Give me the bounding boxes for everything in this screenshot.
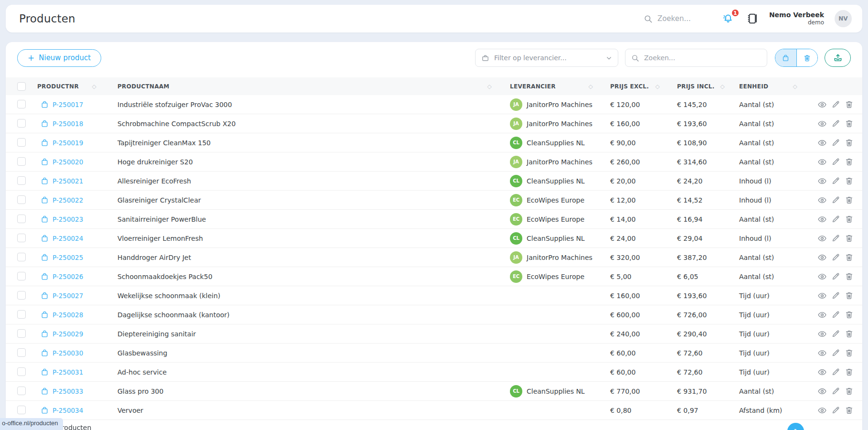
view-button[interactable] (817, 176, 827, 186)
delete-button[interactable] (845, 272, 854, 281)
delete-button[interactable] (845, 195, 854, 204)
notifications-button[interactable]: 1 (720, 12, 736, 25)
row-checkbox[interactable] (17, 138, 26, 147)
edit-button[interactable] (831, 387, 840, 396)
product-number-link[interactable]: P-250030 (53, 349, 83, 357)
global-search[interactable] (644, 14, 710, 23)
view-button[interactable] (817, 100, 827, 109)
view-button[interactable] (817, 234, 827, 243)
row-checkbox[interactable] (17, 387, 26, 395)
view-button[interactable] (817, 157, 827, 167)
row-checkbox[interactable] (17, 195, 26, 204)
product-number-link[interactable]: P-250029 (53, 330, 83, 338)
table-search[interactable] (625, 49, 767, 67)
header-leverancier[interactable]: LEVERANCIER ◇ (504, 77, 605, 95)
pagination-last-button[interactable]: » (829, 423, 846, 430)
supplier-filter-select[interactable]: Filter op leverancier... (475, 49, 618, 67)
delete-button[interactable] (845, 234, 854, 243)
delete-button[interactable] (845, 138, 854, 147)
edit-button[interactable] (831, 138, 840, 147)
view-button[interactable] (817, 406, 827, 415)
edit-button[interactable] (831, 310, 840, 319)
view-button[interactable] (817, 119, 827, 129)
product-number-link[interactable]: P-250019 (53, 139, 83, 147)
row-checkbox[interactable] (17, 253, 26, 261)
row-checkbox[interactable] (17, 157, 26, 166)
product-number-link[interactable]: P-250024 (53, 235, 83, 242)
delete-button[interactable] (845, 119, 854, 128)
row-checkbox[interactable] (17, 291, 26, 300)
delete-button[interactable] (845, 406, 854, 415)
view-button[interactable] (817, 329, 827, 339)
row-checkbox[interactable] (17, 234, 26, 242)
product-number-link[interactable]: P-250020 (53, 158, 83, 166)
row-checkbox[interactable] (17, 215, 26, 223)
view-button[interactable] (817, 195, 827, 205)
product-number-link[interactable]: P-250023 (53, 215, 83, 223)
edit-button[interactable] (831, 406, 840, 415)
row-checkbox[interactable] (17, 119, 26, 128)
view-button[interactable] (817, 310, 827, 320)
pagination-prev-button[interactable]: ‹ (766, 423, 783, 430)
product-number-link[interactable]: P-250027 (53, 292, 83, 300)
row-checkbox[interactable] (17, 406, 26, 414)
header-productnaam[interactable]: PRODUCTNAAM ◇ (109, 77, 504, 95)
edit-button[interactable] (831, 291, 840, 300)
view-button[interactable] (817, 138, 827, 148)
edit-button[interactable] (831, 100, 840, 109)
product-number-link[interactable]: P-250018 (53, 120, 83, 128)
view-button[interactable] (817, 253, 827, 262)
view-button[interactable] (817, 272, 827, 281)
table-search-input[interactable] (644, 54, 740, 62)
product-number-link[interactable]: P-250017 (53, 101, 83, 108)
pagination-first-button[interactable]: « (745, 423, 762, 430)
view-button[interactable] (817, 348, 827, 358)
row-checkbox[interactable] (17, 272, 26, 280)
edit-button[interactable] (831, 348, 840, 357)
row-checkbox[interactable] (17, 176, 26, 185)
pagination-next-button[interactable]: › (808, 423, 825, 430)
user-avatar[interactable]: NV (835, 10, 852, 27)
edit-button[interactable] (831, 253, 840, 262)
select-all-checkbox[interactable] (17, 82, 26, 91)
row-checkbox[interactable] (17, 100, 26, 108)
edit-button[interactable] (831, 234, 840, 243)
product-number-link[interactable]: P-250021 (53, 177, 83, 185)
edit-button[interactable] (831, 329, 840, 338)
new-product-button[interactable]: + Nieuw product (17, 49, 101, 67)
pagination-page-1[interactable]: 1 (787, 423, 804, 430)
delete-button[interactable] (845, 348, 854, 357)
row-checkbox[interactable] (17, 348, 26, 357)
edit-button[interactable] (831, 367, 840, 376)
products-view-toggle[interactable] (775, 49, 796, 66)
edit-button[interactable] (831, 157, 840, 166)
row-checkbox[interactable] (17, 310, 26, 319)
product-number-link[interactable]: P-250031 (53, 368, 83, 376)
product-number-link[interactable]: P-250028 (53, 311, 83, 319)
product-number-link[interactable]: P-250033 (53, 387, 83, 395)
edit-button[interactable] (831, 215, 840, 224)
edit-button[interactable] (831, 195, 840, 204)
edit-button[interactable] (831, 272, 840, 281)
import-button[interactable] (825, 49, 851, 67)
product-number-link[interactable]: P-250034 (53, 407, 83, 414)
edit-button[interactable] (831, 176, 840, 185)
header-productnr[interactable]: PRODUCTNR ◇ (35, 77, 109, 95)
delete-button[interactable] (845, 253, 854, 262)
delete-button[interactable] (845, 329, 854, 338)
product-number-link[interactable]: P-250026 (53, 273, 83, 280)
header-eenheid[interactable]: EENHEID ◇ (737, 77, 810, 95)
product-number-link[interactable]: P-250022 (53, 196, 83, 204)
header-prijs-incl[interactable]: PRIJS INCL. ◇ (672, 77, 737, 95)
delete-button[interactable] (845, 291, 854, 300)
delete-button[interactable] (845, 100, 854, 109)
row-checkbox[interactable] (17, 367, 26, 376)
delete-button[interactable] (845, 157, 854, 166)
header-prijs-excl[interactable]: PRIJS EXCL. ◇ (605, 77, 672, 95)
product-number-link[interactable]: P-250025 (53, 254, 83, 261)
delete-button[interactable] (845, 215, 854, 224)
view-button[interactable] (817, 387, 827, 396)
global-search-input[interactable] (657, 14, 710, 23)
delete-button[interactable] (845, 367, 854, 376)
changelog-button[interactable] (746, 12, 759, 25)
